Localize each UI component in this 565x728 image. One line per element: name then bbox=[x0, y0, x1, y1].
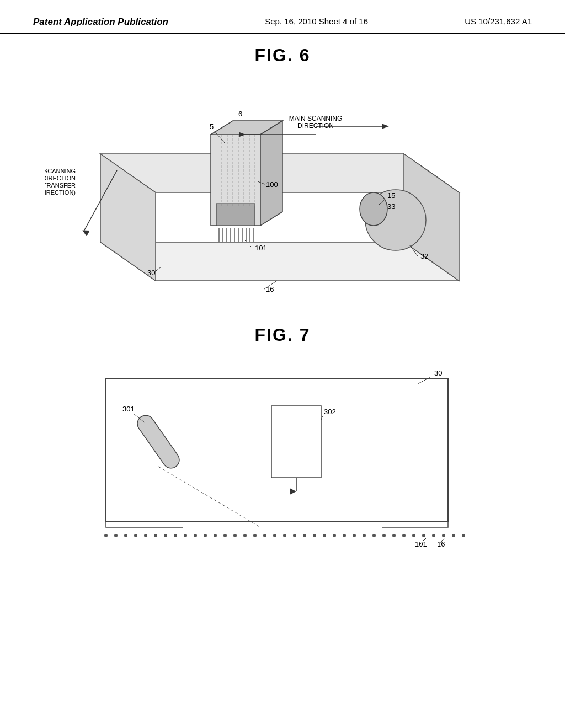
label-16: 16 bbox=[266, 285, 274, 293]
svg-point-61 bbox=[293, 534, 296, 537]
svg-point-64 bbox=[323, 534, 326, 537]
svg-point-62 bbox=[303, 534, 306, 537]
svg-rect-38 bbox=[134, 412, 183, 471]
header-publication-label: Patent Application Publication bbox=[33, 17, 168, 28]
svg-point-75 bbox=[432, 534, 435, 537]
label-32: 32 bbox=[420, 252, 428, 260]
svg-point-70 bbox=[382, 534, 386, 537]
svg-point-47 bbox=[154, 534, 157, 537]
main-scanning-label: MAIN SCANNING bbox=[289, 115, 343, 122]
fig6-title: FIG. 6 bbox=[0, 45, 565, 66]
svg-point-53 bbox=[214, 534, 217, 537]
svg-rect-39 bbox=[271, 406, 321, 478]
fig7-label-301: 301 bbox=[122, 405, 135, 413]
header: Patent Application Publication Sep. 16, … bbox=[0, 0, 565, 34]
svg-point-65 bbox=[333, 534, 336, 537]
svg-point-73 bbox=[412, 534, 415, 537]
svg-point-49 bbox=[174, 534, 177, 537]
svg-point-44 bbox=[124, 534, 127, 537]
fig7-svg: 30 301 302 101 16 bbox=[73, 356, 492, 560]
svg-point-71 bbox=[392, 534, 396, 537]
fig7-label-16: 16 bbox=[437, 540, 445, 548]
svg-point-76 bbox=[442, 534, 445, 537]
fig7-label-302: 302 bbox=[324, 408, 336, 416]
svg-point-68 bbox=[363, 534, 366, 537]
svg-point-58 bbox=[263, 534, 266, 537]
svg-point-43 bbox=[114, 534, 118, 537]
label-5: 5 bbox=[210, 122, 214, 131]
header-date-sheet: Sep. 16, 2010 Sheet 4 of 16 bbox=[265, 17, 368, 26]
svg-marker-6 bbox=[260, 121, 282, 226]
svg-point-42 bbox=[104, 534, 108, 537]
svg-point-52 bbox=[204, 534, 207, 537]
svg-point-50 bbox=[184, 534, 187, 537]
svg-point-57 bbox=[253, 534, 257, 537]
svg-point-51 bbox=[194, 534, 197, 537]
svg-point-55 bbox=[233, 534, 237, 537]
svg-point-54 bbox=[223, 534, 227, 537]
fig6-container: MAIN SCANNING DIRECTION SUB-SCANNING DIR… bbox=[45, 71, 520, 308]
svg-point-67 bbox=[353, 534, 356, 537]
sub-scanning-label1: SUB-SCANNING bbox=[45, 168, 76, 174]
sub-scanning-label4: DIRECTION) bbox=[45, 189, 76, 196]
header-patent-number: US 10/231,632 A1 bbox=[465, 17, 532, 26]
svg-point-60 bbox=[283, 534, 286, 537]
fig7-label-30: 30 bbox=[434, 369, 442, 377]
svg-point-63 bbox=[313, 534, 316, 537]
svg-line-40 bbox=[158, 467, 260, 527]
svg-point-66 bbox=[343, 534, 346, 537]
svg-point-48 bbox=[164, 534, 167, 537]
svg-point-78 bbox=[462, 534, 465, 537]
label-30: 30 bbox=[147, 269, 155, 277]
svg-point-77 bbox=[452, 534, 455, 537]
svg-point-46 bbox=[144, 534, 147, 537]
label-6: 6 bbox=[238, 110, 242, 118]
label-33: 33 bbox=[387, 202, 395, 211]
label-101: 101 bbox=[255, 244, 267, 252]
svg-point-56 bbox=[243, 534, 247, 537]
fig7-title: FIG. 7 bbox=[0, 325, 565, 345]
fig7-label-101: 101 bbox=[415, 540, 427, 548]
label-100: 100 bbox=[266, 180, 278, 189]
svg-point-74 bbox=[422, 534, 425, 537]
label-15: 15 bbox=[387, 191, 395, 200]
page: Patent Application Publication Sep. 16, … bbox=[0, 0, 565, 728]
svg-marker-7 bbox=[216, 204, 255, 226]
main-scanning-direction-label: DIRECTION bbox=[297, 122, 334, 130]
svg-point-26 bbox=[360, 192, 387, 226]
svg-point-45 bbox=[134, 534, 137, 537]
svg-point-69 bbox=[372, 534, 376, 537]
nozzle-dots-fig7 bbox=[104, 534, 465, 537]
fig6-svg: MAIN SCANNING DIRECTION SUB-SCANNING DIR… bbox=[45, 71, 520, 308]
fig7-container: 30 301 302 101 16 bbox=[73, 356, 492, 560]
sub-scanning-label2: DIRECTION bbox=[45, 175, 76, 181]
svg-point-59 bbox=[273, 534, 276, 537]
svg-point-72 bbox=[402, 534, 406, 537]
sub-scanning-label3: (TRANSFER bbox=[45, 182, 76, 189]
